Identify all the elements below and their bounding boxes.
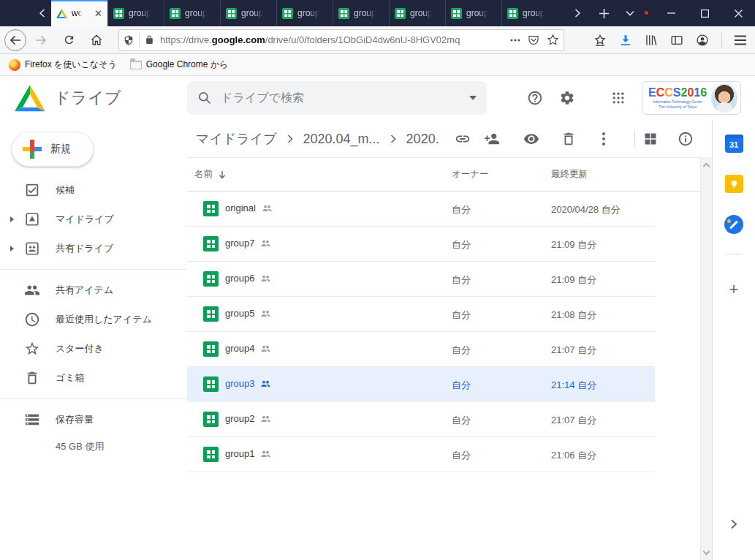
tab-scroll-right-button[interactable] <box>566 0 588 26</box>
remove-button[interactable] <box>560 130 577 148</box>
tab-active-drive[interactable]: wo ✕ <box>51 0 107 26</box>
tab-scroll-left-button[interactable] <box>32 0 51 26</box>
list-all-tabs-button[interactable] <box>619 0 641 26</box>
breadcrumb-parent-folder[interactable]: 2020.04_m... <box>303 132 380 147</box>
page-actions-icon[interactable] <box>510 39 520 42</box>
account-card[interactable]: ECCS2016 Information Technology Center T… <box>642 81 741 115</box>
expand-arrow-icon[interactable] <box>10 246 14 251</box>
tab-group-2[interactable]: group <box>164 0 220 26</box>
vertical-scrollbar[interactable] <box>700 157 712 560</box>
bookmark-star-icon[interactable] <box>547 34 559 46</box>
share-button[interactable] <box>483 130 501 148</box>
sidebar-item-starred[interactable]: スター付き <box>0 334 187 363</box>
account-icon[interactable] <box>696 34 709 47</box>
grid-view-button[interactable] <box>642 130 659 148</box>
file-row-group1[interactable]: group1 自分 21:06 自分 <box>187 437 655 472</box>
breadcrumb-current-folder[interactable]: 2020. <box>406 132 439 147</box>
sidebar-item-shared-with-me[interactable]: 共有アイテム <box>0 276 187 305</box>
tab-title: group <box>523 8 545 18</box>
breadcrumb-my-drive[interactable]: マイドライブ <box>196 130 277 148</box>
home-button[interactable] <box>85 29 108 52</box>
new-button-label: 新規 <box>50 143 71 156</box>
info-button[interactable] <box>677 130 694 148</box>
firefox-icon <box>9 59 20 71</box>
tab-group-1[interactable]: group <box>107 0 164 26</box>
sheets-file-icon <box>203 201 219 216</box>
hide-side-panel-button[interactable] <box>731 519 737 529</box>
tab-group-6[interactable]: group <box>389 0 445 26</box>
sidebar-item-priority[interactable]: 候補 <box>0 175 187 205</box>
sheets-favicon <box>113 8 124 19</box>
search-input[interactable] <box>221 91 469 105</box>
new-button[interactable]: 新規 <box>12 132 94 167</box>
maximize-button[interactable] <box>688 0 721 26</box>
bookmark-folder-chrome[interactable]: Google Chrome から <box>130 58 229 71</box>
file-row-group3-selected[interactable]: group3 自分 21:14 自分 <box>187 367 655 402</box>
close-window-button[interactable] <box>721 0 755 26</box>
forward-button[interactable] <box>29 29 53 52</box>
close-icon <box>735 10 743 18</box>
sidebar-item-shared-drives[interactable]: 共有ドライブ <box>0 234 187 263</box>
column-header-name[interactable]: 名前 <box>194 168 226 181</box>
file-row-group7[interactable]: group7 自分 21:09 自分 <box>187 227 655 262</box>
tab-title: group <box>241 8 264 18</box>
help-button[interactable] <box>520 83 550 113</box>
url-bar[interactable]: https://drive.google.com/drive/u/0/folde… <box>118 29 564 51</box>
get-link-button[interactable] <box>454 130 471 148</box>
tab-group-8[interactable]: group <box>501 0 558 26</box>
scroll-up-arrow[interactable] <box>701 159 712 170</box>
avatar[interactable] <box>711 83 737 113</box>
expand-arrow-icon[interactable] <box>10 216 14 222</box>
shared-people-icon <box>260 274 271 282</box>
library-icon[interactable] <box>645 34 658 47</box>
tab-group-4[interactable]: group <box>276 0 333 26</box>
search-box[interactable] <box>187 81 487 115</box>
tasks-button[interactable] <box>724 214 744 235</box>
file-row-original[interactable]: original 自分 2020/04/28 自分 <box>187 192 655 227</box>
file-row-group6[interactable]: group6 自分 21:09 自分 <box>187 262 655 297</box>
reload-button[interactable] <box>57 29 80 52</box>
google-apps-button[interactable] <box>604 83 633 113</box>
pocket-icon[interactable] <box>528 34 539 46</box>
calendar-button[interactable]: 31 <box>724 133 744 154</box>
settings-button[interactable] <box>553 83 582 113</box>
search-icon[interactable] <box>197 91 212 105</box>
sheets-favicon <box>226 8 237 19</box>
sort-arrow-down-icon[interactable] <box>219 170 226 179</box>
downloads-icon[interactable] <box>619 34 632 47</box>
bookmark-firefox[interactable]: Firefox を使いこなそう <box>9 58 117 71</box>
new-tab-button[interactable] <box>593 0 615 26</box>
preview-button[interactable] <box>523 130 540 148</box>
toolbar-separator <box>721 33 722 48</box>
sidebar-nav: 候補 マイドライブ 共有ドライブ 共有アイテム <box>0 175 187 453</box>
minimize-button[interactable] <box>654 0 688 26</box>
search-options-caret-icon[interactable] <box>469 96 477 100</box>
file-row-group2[interactable]: group2 自分 21:07 自分 <box>187 402 655 437</box>
chevron-down-icon <box>703 548 710 555</box>
scroll-down-arrow[interactable] <box>701 547 712 559</box>
sidebar-toggle-icon[interactable] <box>670 34 683 47</box>
tab-close-icon[interactable]: ✕ <box>94 9 102 18</box>
file-row-group5[interactable]: group5 自分 21:08 自分 <box>187 297 655 332</box>
back-button[interactable] <box>4 29 26 51</box>
keep-button[interactable] <box>724 173 744 194</box>
drive-logo[interactable]: ドライブ <box>15 85 168 112</box>
column-header-modified[interactable]: 最終更新 <box>551 168 588 181</box>
column-header-owner[interactable]: オーナー <box>452 168 489 181</box>
file-row-group4[interactable]: group4 自分 21:07 自分 <box>187 332 655 367</box>
menu-icon[interactable] <box>735 35 746 45</box>
bookmark-label: Google Chrome から <box>146 58 229 71</box>
sidebar-item-recent[interactable]: 最近使用したアイテム <box>0 305 187 334</box>
tab-group-5[interactable]: group <box>333 0 389 26</box>
bookmarks-menu-icon[interactable] <box>593 34 607 47</box>
tab-group-3[interactable]: group <box>220 0 276 26</box>
tab-group-7[interactable]: group <box>445 0 501 26</box>
sidebar-item-trash[interactable]: ゴミ箱 <box>0 363 187 393</box>
get-addons-button[interactable]: + <box>724 279 744 300</box>
window-controls <box>654 0 755 26</box>
sidebar-item-storage[interactable]: 保存容量 <box>0 405 187 434</box>
more-actions-button[interactable] <box>595 130 612 148</box>
drive-sidebar: 新規 候補 マイドライブ 共有ドライブ <box>0 120 187 560</box>
sidebar-item-my-drive[interactable]: マイドライブ <box>0 205 187 234</box>
breadcrumb: マイドライブ 2020.04_m... 2020. <box>196 120 439 158</box>
